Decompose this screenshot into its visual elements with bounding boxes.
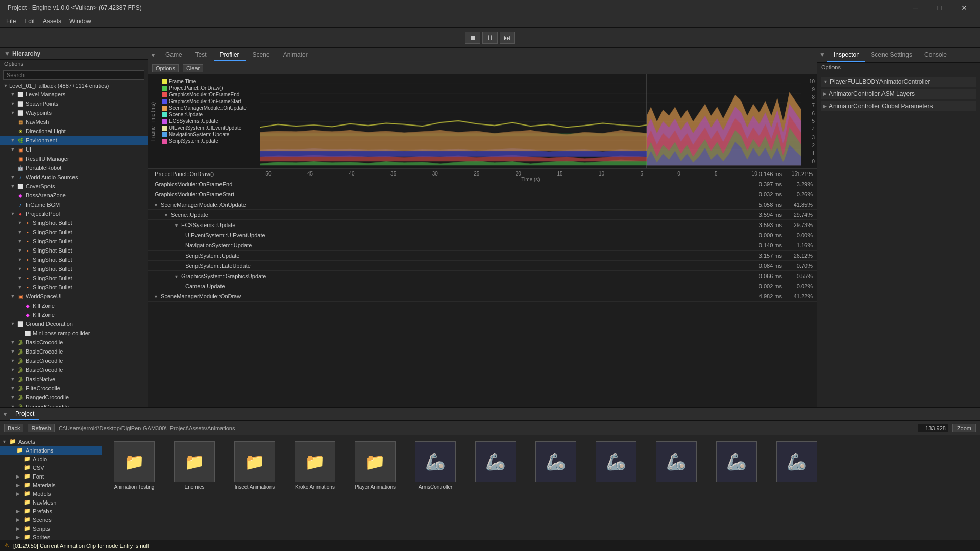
profiler-row[interactable]: NavigationSystem::Update 0.140 ms 1.16% [148, 240, 817, 251]
hierarchy-item-projectile-pool[interactable]: ▼ ● ProjectilePool [0, 209, 148, 218]
close-button[interactable]: ✕ [952, 0, 976, 15]
file-tree-item-assets-root[interactable]: ▼ 📁 Assets [0, 437, 102, 446]
file-tree-item-sprites[interactable]: ▶ 📁 Sprites [0, 533, 102, 540]
hierarchy-item-world-audio[interactable]: ▼ ♪ World Audio Sources [0, 172, 148, 182]
hierarchy-item-elite-croc[interactable]: ▼ 🐊 EliteCrocodile [0, 384, 148, 393]
menu-item-file[interactable]: File [2, 17, 20, 26]
file-tree-item-csv[interactable]: 📁 CSV [0, 463, 102, 472]
hierarchy-item-slingshot1[interactable]: ▼ • SlingShot Bullet [0, 218, 148, 228]
inspector-tab-console[interactable]: Console [918, 48, 953, 62]
asset-item-ctrl4[interactable]: 🦾 [588, 439, 644, 492]
hierarchy-item-mini-boss-ramp[interactable]: ⬜ Mini boss ramp collider [0, 329, 148, 338]
hierarchy-item-ranged-croc2[interactable]: ▼ 🐊 RangedCrocodile [0, 402, 148, 407]
profiler-row[interactable]: ▼ SceneManagerModule::OnUpdate 5.058 ms … [148, 199, 817, 210]
hierarchy-root[interactable]: ▼ Level_01_Fallback (4887+1114 entities) [0, 82, 148, 90]
project-tab[interactable]: Project [10, 409, 39, 420]
hierarchy-item-slingshot6[interactable]: ▼ • SlingShot Bullet [0, 264, 148, 273]
hierarchy-item-waypoints[interactable]: ▼ ⬜ Waypoints [0, 108, 148, 117]
profiler-row[interactable]: ▼ ECSSystems::Update 3.593 ms 29.73% [148, 220, 817, 230]
menu-item-assets[interactable]: Assets [39, 17, 65, 26]
hierarchy-item-ranged-croc1[interactable]: ▼ 🐊 RangedCrocodile [0, 393, 148, 402]
asset-item-player-anim[interactable]: 📁 Player Animations [347, 439, 403, 492]
asset-item-kroko-anim[interactable]: 📁 Kroko Animations [287, 439, 343, 492]
hierarchy-item-slingshot3[interactable]: ▼ • SlingShot Bullet [0, 237, 148, 246]
minimize-button[interactable]: ─ [903, 0, 927, 15]
profiler-row[interactable]: ScriptSystem::LateUpdate 0.084 ms 0.70% [148, 261, 817, 271]
back-button[interactable]: Back [4, 424, 23, 432]
file-tree-item-animations[interactable]: 📁 Animations [0, 446, 102, 455]
hierarchy-item-slingshot4[interactable]: ▼ • SlingShot Bullet [0, 246, 148, 255]
inspector-tab-scene-settings[interactable]: Scene Settings [865, 48, 918, 62]
tab-scene[interactable]: Scene [247, 49, 276, 61]
menu-item-window[interactable]: Window [65, 17, 95, 26]
play-button[interactable]: ⏭ [500, 32, 515, 44]
hierarchy-item-cover-spots[interactable]: ▼ ⬜ CoverSpots [0, 182, 148, 191]
hierarchy-item-navmesh[interactable]: ▦ NavMesh [0, 117, 148, 127]
hierarchy-item-slingshot8[interactable]: ▼ • SlingShot Bullet [0, 283, 148, 292]
asset-item-arms-ctrl[interactable]: 🦾 ArmsController [407, 439, 463, 492]
profiler-row[interactable]: ScriptSystem::Update 3.157 ms 26.12% [148, 251, 817, 261]
profiler-row[interactable]: Camera Update 0.002 ms 0.02% [148, 281, 817, 291]
hierarchy-item-basic-croc3[interactable]: ▼ 🐊 BasicCrocodile [0, 356, 148, 365]
inspector-section-header[interactable]: ▼PlayerFULLBODYAnimatorController [821, 77, 976, 87]
hierarchy-item-world-space-ui[interactable]: ▼ ▣ WorldSpaceUI [0, 292, 148, 301]
inspector-section-header[interactable]: ▶AnimatorController Global Parameters [821, 101, 976, 111]
hierarchy-item-directional-light[interactable]: ☀ Directional Light [0, 127, 148, 136]
file-tree-item-prefabs[interactable]: ▶ 📁 Prefabs [0, 507, 102, 515]
file-tree-item-models[interactable]: ▶ 📁 Models [0, 489, 102, 498]
hierarchy-item-result-ui-manager[interactable]: ▣ ResultUIManager [0, 154, 148, 163]
profiler-clear-btn[interactable]: Clear [183, 64, 203, 72]
hierarchy-item-level-managers[interactable]: ▼ ⬜ Level Managers [0, 90, 148, 99]
hierarchy-item-ground-decoration[interactable]: ▼ ⬜ Ground Decoration [0, 319, 148, 329]
hierarchy-item-basic-native[interactable]: ▼ 🐊 BasicNative [0, 374, 148, 384]
tab-test[interactable]: Test [189, 49, 213, 61]
zoom-input[interactable] [918, 424, 948, 432]
file-tree-item-audio[interactable]: 📁 Audio [0, 455, 102, 463]
hierarchy-item-boss-arena-zone[interactable]: ◆ BossArenaZone [0, 191, 148, 200]
asset-item-ctrl2[interactable]: 🦾 [468, 439, 524, 492]
hierarchy-item-kill-zone2[interactable]: ◆ Kill Zone [0, 310, 148, 319]
refresh-button[interactable]: Refresh [28, 424, 55, 432]
asset-item-ctrl7[interactable]: 🦾 [769, 439, 825, 492]
asset-item-ctrl5[interactable]: 🦾 [648, 439, 704, 492]
file-tree-item-scenes[interactable]: ▶ 📁 Scenes [0, 515, 102, 524]
profiler-options-btn[interactable]: Options [152, 64, 179, 72]
hierarchy-item-ingame-bgm[interactable]: ♪ InGame BGM [0, 200, 148, 209]
hierarchy-item-basic-croc2[interactable]: ▼ 🐊 BasicCrocodile [0, 347, 148, 356]
inspector-tab-inspector[interactable]: Inspector [827, 48, 865, 62]
tab-game[interactable]: Game [159, 49, 188, 61]
hierarchy-item-slingshot7[interactable]: ▼ • SlingShot Bullet [0, 273, 148, 283]
hierarchy-item-basic-croc1[interactable]: ▼ 🐊 BasicCrocodile [0, 338, 148, 347]
profiler-row[interactable]: ▼ GraphicsSystem::GraphicsUpdate 0.066 m… [148, 271, 817, 281]
hierarchy-item-slingshot5[interactable]: ▼ • SlingShot Bullet [0, 255, 148, 264]
hierarchy-item-portable-robot[interactable]: 🤖 PortableRobot [0, 163, 148, 172]
asset-item-ctrl3[interactable]: 🦾 [528, 439, 584, 492]
file-tree-item-font[interactable]: ▶ 📁 Font [0, 472, 102, 481]
hierarchy-item-basic-croc4[interactable]: ▼ 🐊 BasicCrocodile [0, 365, 148, 374]
maximize-button[interactable]: □ [928, 0, 951, 15]
menu-item-edit[interactable]: Edit [20, 17, 39, 26]
asset-item-anim-testing[interactable]: 📁 Animation Testing [106, 439, 162, 492]
file-tree-item-navmesh[interactable]: 📁 NavMesh [0, 498, 102, 507]
tab-profiler[interactable]: Profiler [214, 49, 246, 61]
profiler-row[interactable]: ▼ SceneManagerModule::OnDraw 4.982 ms 41… [148, 291, 817, 302]
asset-item-ctrl6[interactable]: 🦾 [708, 439, 765, 492]
file-tree-item-materials[interactable]: ▶ 📁 Materials [0, 481, 102, 489]
tab-animator[interactable]: Animator [277, 49, 314, 61]
asset-item-insect-anim[interactable]: 📁 Insect Animations [227, 439, 283, 492]
file-tree-item-scripts[interactable]: ▶ 📁 Scripts [0, 524, 102, 533]
hierarchy-item-spawn-points[interactable]: ▼ ⬜ SpawnPoints [0, 99, 148, 108]
asset-item-enemies[interactable]: 📁 Enemies [166, 439, 223, 492]
profiler-row[interactable]: UIEventSystem::UIEventUpdate 0.000 ms 0.… [148, 230, 817, 240]
hierarchy-item-environment[interactable]: ▼ 🌿 Environment [0, 136, 148, 145]
inspector-section-header[interactable]: ▶AnimatorController ASM Layers [821, 89, 976, 99]
pause-button[interactable]: ⏸ [482, 32, 498, 44]
hierarchy-item-kill-zone1[interactable]: ◆ Kill Zone [0, 301, 148, 310]
hierarchy-item-ui[interactable]: ▼ ▣ UI [0, 145, 148, 154]
profiler-row[interactable]: ▼ Scene::Update 3.594 ms 29.74% [148, 210, 817, 220]
hierarchy-item-slingshot2[interactable]: ▼ • SlingShot Bullet [0, 228, 148, 237]
profiler-row[interactable]: GraphicsModule::OnFrameStart 0.032 ms 0.… [148, 189, 817, 199]
zoom-button[interactable]: Zoom [952, 424, 976, 432]
search-input[interactable] [3, 70, 144, 80]
stop-button[interactable]: ⏹ [465, 32, 480, 44]
